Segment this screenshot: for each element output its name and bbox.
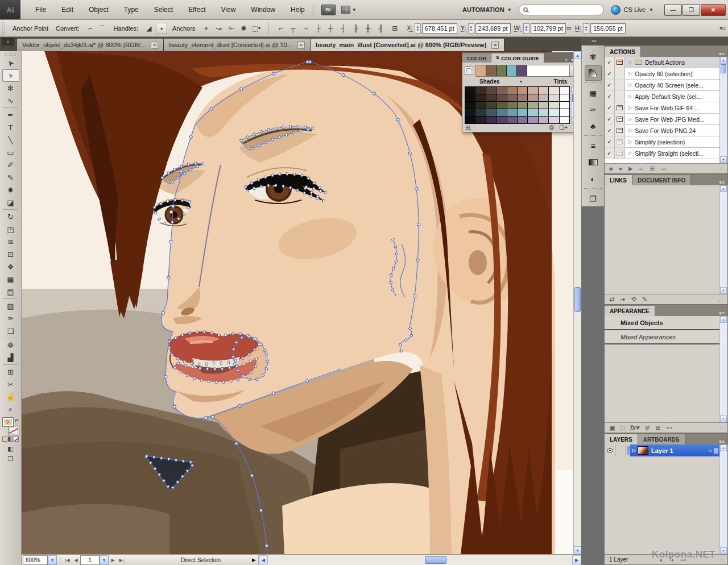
play-icon[interactable]: ▶ — [628, 165, 633, 172]
graph-tool[interactable]: ▟ — [2, 351, 19, 364]
field-value-input[interactable]: 243,689 pt — [475, 23, 511, 34]
color-variation-swatch[interactable] — [539, 87, 548, 94]
color-guide-scrollbar[interactable]: ▲ ▼ — [571, 86, 573, 124]
scroll-down-icon[interactable]: ▼ — [720, 287, 727, 294]
panel-menu-icon[interactable]: ▾≡ — [719, 180, 727, 185]
tab-close-icon[interactable]: ✕ — [491, 41, 499, 49]
color-variation-swatch[interactable] — [486, 94, 496, 101]
appearance-detail-row[interactable]: Mixed Appearances — [605, 330, 719, 344]
scroll-up-icon[interactable]: ▲ — [572, 87, 573, 93]
scroll-down-icon[interactable]: ▼ — [720, 416, 727, 422]
color-variation-swatch[interactable] — [549, 109, 559, 116]
appearance-scrollbar[interactable]: ▲ ▼ — [719, 316, 727, 422]
rotate-tool[interactable]: ↻ — [2, 210, 19, 223]
symbols-panel-icon[interactable]: ♣ — [585, 118, 602, 134]
panel-menu-icon[interactable]: ▾≡ — [719, 51, 727, 57]
relink-icon[interactable]: ⇄ — [609, 296, 614, 303]
collapse-panels-bar[interactable]: «« — [581, 37, 728, 45]
color-variation-swatch[interactable] — [560, 109, 569, 116]
edit-colors-icon[interactable]: ❂ — [549, 124, 554, 131]
expand-triangle-icon[interactable]: ▷ — [628, 151, 632, 156]
color-variation-swatch[interactable] — [528, 87, 537, 94]
expand-triangle-icon[interactable]: ▷ — [628, 105, 632, 110]
paintbrush-tool[interactable]: ✐ — [2, 159, 19, 171]
limit-colors-icon[interactable]: ⊞, — [465, 124, 471, 131]
action-modal-toggle[interactable] — [615, 80, 625, 91]
artboard-dropdown-icon[interactable]: ▼ — [100, 555, 109, 565]
actions-scrollbar[interactable]: ▲ ▼ — [719, 57, 727, 163]
expand-triangle-icon[interactable]: ▷ — [628, 139, 632, 144]
distribute-right-icon[interactable]: ╢ — [375, 23, 386, 34]
resize-grip[interactable]: ⋰ — [718, 425, 723, 431]
color-variation-swatch[interactable] — [560, 94, 569, 101]
select-similar-button[interactable]: ⬚▾ — [250, 23, 262, 34]
color-variations-grid[interactable] — [465, 86, 570, 124]
color-variation-swatch[interactable] — [465, 94, 475, 101]
action-modal-toggle[interactable] — [615, 136, 625, 148]
isolate-selection-button[interactable]: ✺ — [238, 23, 249, 34]
perspective-grid-tool[interactable]: ▦ — [2, 273, 19, 285]
menu-help[interactable]: Help — [291, 5, 305, 15]
action-checkbox[interactable]: ✓ — [605, 114, 615, 125]
panel-menu-icon[interactable]: ▾≡ — [719, 310, 727, 316]
horizontal-scrollbar[interactable]: ◀ ▶ — [258, 555, 581, 565]
color-panel-icon[interactable]: ✾ — [585, 49, 602, 64]
gradient-tool[interactable]: ▧ — [2, 300, 19, 312]
harmony-color-4[interactable] — [507, 65, 517, 76]
rectangle-tool[interactable]: ▭ — [2, 146, 19, 159]
stepper-icon[interactable]: ▲▼ — [468, 23, 474, 34]
action-modal-toggle[interactable] — [615, 148, 625, 159]
layer-name[interactable]: Layer 1 — [651, 447, 673, 454]
connect-anchor-button[interactable]: ↝ — [213, 23, 224, 34]
action-modal-toggle[interactable] — [615, 114, 625, 125]
none-mode-button[interactable] — [14, 437, 19, 442]
scrollbar-thumb[interactable] — [574, 287, 581, 312]
workspace-switcher[interactable]: AUTOMATION ▼ — [462, 6, 511, 13]
action-modal-toggle[interactable] — [615, 102, 625, 114]
menu-file[interactable]: File — [35, 5, 46, 15]
search-input[interactable] — [519, 4, 604, 15]
menu-select[interactable]: Select — [154, 5, 173, 15]
color-variation-swatch[interactable] — [507, 109, 517, 116]
expand-triangle-icon[interactable]: ▷ — [628, 117, 632, 122]
color-variation-swatch[interactable] — [560, 102, 569, 109]
chevron-down-icon[interactable]: ▼ — [569, 65, 573, 76]
menu-object[interactable]: Object — [89, 5, 109, 15]
magic-wand-tool[interactable]: ✻ — [2, 82, 19, 94]
canvas-viewport[interactable]: COLOR ⇅COLOR GUIDE » ▾≡ ▼ Shades ▼ Tints — [22, 51, 573, 554]
action-row[interactable]: ✓▷Opacity 60 (selection) — [605, 68, 719, 80]
scrollbar-thumb[interactable] — [425, 556, 446, 564]
artboard-number-field[interactable]: 1 — [80, 555, 100, 565]
resize-grip[interactable]: ⋰ — [718, 297, 723, 302]
color-variation-swatch[interactable] — [486, 87, 496, 94]
tab-document-info[interactable]: DOCUMENT INFO — [632, 175, 691, 185]
prev-artboard-button[interactable]: ◀ — [72, 555, 80, 564]
chevron-down-icon[interactable]: ▼ — [519, 80, 523, 84]
brushes-panel-icon[interactable]: ✑ — [585, 102, 602, 117]
color-variation-swatch[interactable] — [528, 109, 537, 116]
shape-builder-tool[interactable]: ❖ — [2, 260, 19, 273]
action-modal-toggle[interactable] — [615, 68, 625, 80]
scroll-up-icon[interactable]: ▲ — [720, 316, 727, 323]
action-row[interactable]: ✓▷Save For Web PNG 24 — [605, 125, 719, 136]
layer-row[interactable]: ▷ Layer 1 ○ — [605, 444, 719, 456]
menu-type[interactable]: Type — [124, 5, 139, 15]
action-checkbox[interactable]: ✓ — [605, 148, 615, 159]
action-row[interactable]: ✓▽Default Actions — [605, 57, 719, 68]
layer-expand-icon[interactable]: ▷ — [630, 444, 638, 456]
direct-selection-tool[interactable]: ➢ — [2, 69, 19, 82]
color-variation-swatch[interactable] — [528, 102, 537, 109]
scale-tool[interactable]: ◳ — [2, 223, 19, 235]
tab-appearance[interactable]: APPEARANCE — [605, 306, 655, 316]
convert-to-smooth-button[interactable]: ⌒ — [97, 23, 109, 34]
expand-triangle-icon[interactable]: ▷ — [628, 82, 632, 88]
harmony-color-3[interactable] — [497, 65, 507, 76]
scrollbar-thumb[interactable] — [721, 64, 726, 73]
slice-tool[interactable]: ✂ — [2, 378, 19, 390]
symbol-sprayer-tool[interactable]: ❁ — [2, 339, 19, 351]
trash-icon[interactable]: ▭ — [661, 165, 666, 172]
action-row[interactable]: ✓▷Apply Default Style (sel... — [605, 91, 719, 102]
menu-view[interactable]: View — [221, 5, 236, 15]
link-wh-icon[interactable]: 8 — [565, 26, 572, 30]
color-variation-swatch[interactable] — [486, 109, 496, 116]
